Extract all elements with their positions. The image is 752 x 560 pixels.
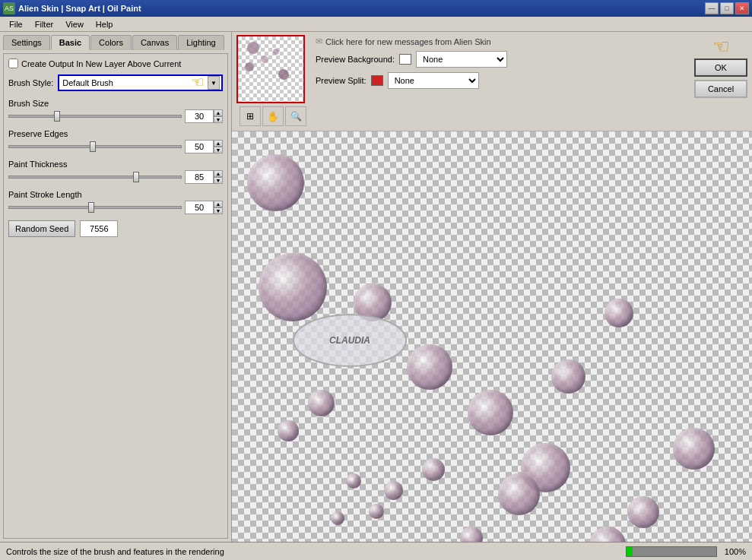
extra-bubble-3 [589, 527, 626, 542]
message-icon: ✉ [316, 36, 322, 46]
seed-value-input[interactable] [80, 220, 118, 237]
paint-stroke-input[interactable] [185, 201, 214, 214]
preserve-edges-row: ▲ ▼ [8, 140, 223, 153]
right-top-section: ⊞ ✋ 🔍 ✉ Click here for new messages from… [232, 32, 752, 131]
tab-canvas[interactable]: Canvas [132, 35, 177, 50]
create-output-checkbox[interactable] [8, 59, 18, 68]
paint-thickness-track[interactable] [8, 176, 182, 179]
paint-thickness-thumb[interactable] [133, 172, 139, 182]
brush-size-down[interactable]: ▼ [214, 116, 223, 123]
brush-size-track[interactable] [8, 115, 182, 118]
bubble-5 [278, 420, 299, 441]
svg-point-0 [247, 42, 259, 54]
dropdown-arrow-icon: ▼ [208, 76, 220, 90]
preserve-edges-label: Preserve Edges [8, 129, 223, 138]
preserve-edges-up[interactable]: ▲ [214, 140, 223, 147]
paint-stroke-row: ▲ ▼ [8, 201, 223, 214]
svg-point-3 [273, 49, 279, 55]
preview-bg-label: Preview Background: [316, 55, 395, 64]
extra-bubble-4 [673, 428, 715, 470]
bubble-6 [468, 390, 513, 435]
preserve-edges-track[interactable] [8, 145, 182, 148]
brush-size-row: ▲ ▼ [8, 109, 223, 123]
menu-file[interactable]: File [3, 18, 29, 30]
pan-tool-button[interactable]: ✋ [262, 106, 284, 126]
extra-bubble-0 [551, 359, 585, 394]
preview-bg-select[interactable]: None White Black Gray [416, 51, 507, 68]
app-title: Alien Skin | Snap Art | Oil Paint [18, 4, 705, 13]
bubble-3 [407, 344, 452, 390]
menu-help[interactable]: Help [90, 18, 119, 30]
preview-split-select[interactable]: None Horizontal Vertical [388, 72, 479, 89]
brush-size-label: Brush Size [8, 99, 223, 108]
paint-stroke-spinners: ▲ ▼ [214, 201, 223, 214]
tab-colors[interactable]: Colors [90, 35, 132, 50]
svg-point-1 [261, 55, 268, 63]
menu-view[interactable]: View [59, 18, 90, 30]
message-bar[interactable]: ✉ Click here for new messages from Alien… [316, 36, 688, 46]
preserve-edges-down[interactable]: ▼ [214, 147, 223, 153]
right-controls: ✉ Click here for new messages from Alien… [316, 35, 688, 89]
preview-split-swatch [371, 75, 383, 86]
left-panel: Settings Basic Colors Canvas Lighting Cr… [0, 32, 232, 542]
progress-segment [627, 547, 633, 556]
tool-row: ⊞ ✋ 🔍 [236, 105, 309, 128]
create-output-row: Create Output In New Layer Above Current [8, 59, 223, 68]
preview-bg-swatch [399, 54, 411, 65]
cancel-button[interactable]: Cancel [694, 80, 747, 98]
extra-bubble-5 [627, 496, 659, 528]
minimize-button[interactable]: — [705, 2, 719, 14]
paint-stroke-down[interactable]: ▼ [214, 207, 223, 214]
preserve-edges-section: Preserve Edges ▲ ▼ [8, 129, 223, 153]
tab-content-basic: Create Output In New Layer Above Current… [3, 53, 228, 539]
tab-lighting[interactable]: Lighting [178, 35, 224, 50]
message-text[interactable]: Click here for new messages from Alien S… [325, 37, 491, 46]
main-preview-area: CLAUDIA [232, 131, 752, 542]
window-controls: — □ ✕ [705, 2, 749, 14]
right-panel: ⊞ ✋ 🔍 ✉ Click here for new messages from… [232, 32, 752, 542]
ok-button[interactable]: OK [694, 59, 747, 77]
paint-thickness-value-box: ▲ ▼ [185, 170, 223, 184]
brush-size-input[interactable] [185, 109, 214, 123]
random-seed-row: Random Seed [8, 220, 223, 237]
preview-thumbnail-container: ⊞ ✋ 🔍 [236, 35, 309, 128]
random-seed-button[interactable]: Random Seed [8, 220, 75, 237]
paint-thickness-down[interactable]: ▼ [214, 177, 223, 184]
tab-settings[interactable]: Settings [3, 35, 50, 50]
paint-stroke-track[interactable] [8, 206, 182, 209]
paint-thickness-spinners: ▲ ▼ [214, 170, 223, 184]
ok-hand-icon: ☞ [712, 35, 730, 59]
brush-style-row: Brush Style: Default Brush Bristle Brush… [8, 74, 223, 91]
brush-size-up[interactable]: ▲ [214, 109, 223, 116]
preview-split-row: Preview Split: None Horizontal Vertical [316, 72, 688, 89]
paint-stroke-up[interactable]: ▲ [214, 201, 223, 207]
create-output-label: Create Output In New Layer Above Current [21, 59, 181, 68]
preserve-edges-thumb[interactable] [90, 141, 96, 152]
preserve-edges-input[interactable] [185, 140, 214, 153]
title-bar: AS Alien Skin | Snap Art | Oil Paint — □… [0, 0, 752, 17]
preview-thumbnail-content [238, 36, 303, 102]
paint-stroke-thumb[interactable] [88, 202, 94, 213]
paint-stroke-section: Paint Stroke Length ▲ ▼ [8, 190, 223, 214]
maximize-button[interactable]: □ [720, 2, 734, 14]
brush-size-value-box: ▲ ▼ [185, 109, 223, 123]
brush-size-section: Brush Size ▲ ▼ [8, 99, 223, 123]
bubble-8 [422, 458, 445, 481]
tab-basic[interactable]: Basic [51, 35, 90, 50]
paint-thickness-up[interactable]: ▲ [214, 170, 223, 177]
zoom-tool-button[interactable]: 🔍 [285, 106, 306, 126]
close-button[interactable]: ✕ [735, 2, 749, 14]
menu-filter[interactable]: Filter [29, 18, 59, 30]
paint-thickness-input[interactable] [185, 170, 214, 184]
progress-bar: 100% [626, 546, 746, 557]
extra-bubble-7 [369, 504, 384, 519]
brush-size-thumb[interactable] [54, 111, 60, 122]
bubble-0 [247, 154, 304, 211]
preserve-edges-spinners: ▲ ▼ [214, 140, 223, 153]
bubble-4 [308, 390, 335, 416]
watermark: CLAUDIA [293, 314, 407, 367]
brush-style-dropdown[interactable]: Default Brush Bristle Brush Fan Brush Pa… [58, 74, 223, 91]
progress-segment [627, 556, 633, 557]
paint-stroke-value-box: ▲ ▼ [185, 201, 223, 214]
move-tool-button[interactable]: ⊞ [240, 106, 261, 126]
